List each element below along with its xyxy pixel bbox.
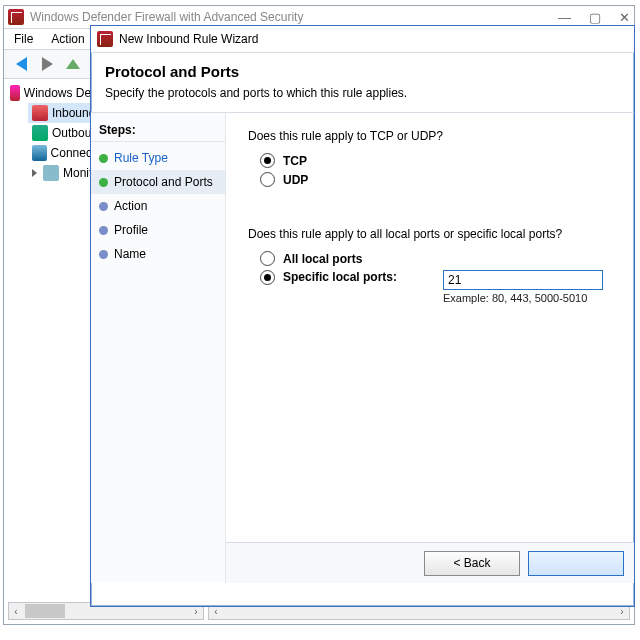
step-label: Name — [114, 247, 146, 261]
radio-tcp-row[interactable]: TCP — [260, 153, 620, 168]
ports-example-text: Example: 80, 443, 5000-5010 — [443, 292, 587, 304]
step-bullet-icon — [99, 250, 108, 259]
radio-specific-ports-label: Specific local ports: — [283, 270, 423, 284]
menu-file[interactable]: File — [14, 32, 33, 46]
wizard-page-heading: Protocol and Ports — [105, 63, 620, 80]
wizard-header: Protocol and Ports Specify the protocols… — [91, 53, 634, 113]
radio-all-ports[interactable] — [260, 251, 275, 266]
nav-forward-button[interactable] — [36, 53, 58, 75]
radio-tcp-label: TCP — [283, 154, 307, 168]
scroll-right-icon: › — [189, 606, 203, 617]
step-bullet-icon — [99, 154, 108, 163]
wizard-footer: < Back — [226, 542, 634, 583]
menu-action[interactable]: Action — [51, 32, 84, 46]
radio-udp-row[interactable]: UDP — [260, 172, 620, 187]
shield-icon — [10, 85, 20, 101]
step-profile[interactable]: Profile — [91, 218, 225, 242]
inbound-rule-wizard: New Inbound Rule Wizard Protocol and Por… — [90, 25, 635, 607]
connection-icon — [32, 145, 47, 161]
scroll-left-icon: ‹ — [209, 606, 223, 617]
firewall-icon — [97, 31, 113, 47]
bg-window-title: Windows Defender Firewall with Advanced … — [30, 10, 303, 24]
wizard-content: Does this rule apply to TCP or UDP? TCP … — [226, 113, 634, 583]
radio-tcp[interactable] — [260, 153, 275, 168]
ports-question: Does this rule apply to all local ports … — [248, 227, 620, 241]
inbound-icon — [32, 105, 48, 121]
step-name[interactable]: Name — [91, 242, 225, 266]
outbound-icon — [32, 125, 48, 141]
scroll-left-icon: ‹ — [9, 606, 23, 617]
radio-specific-ports[interactable] — [260, 270, 275, 285]
radio-all-ports-label: All local ports — [283, 252, 362, 266]
bg-maximize-button[interactable]: ▢ — [589, 10, 601, 25]
firewall-icon — [8, 9, 24, 25]
step-bullet-icon — [99, 202, 108, 211]
step-rule-type[interactable]: Rule Type — [91, 146, 225, 170]
monitoring-icon — [43, 165, 59, 181]
step-label: Action — [114, 199, 147, 213]
back-button[interactable]: < Back — [424, 551, 520, 576]
wizard-titlebar: New Inbound Rule Wizard — [91, 26, 634, 53]
radio-all-ports-row[interactable]: All local ports — [260, 251, 620, 266]
arrow-up-icon — [66, 59, 80, 69]
back-button-label: < Back — [453, 556, 490, 570]
arrow-right-icon — [42, 57, 53, 71]
step-label: Profile — [114, 223, 148, 237]
nav-up-button[interactable] — [62, 53, 84, 75]
wizard-page-subheading: Specify the protocols and ports to which… — [105, 86, 620, 100]
wizard-steps-panel: Steps: Rule Type Protocol and Ports Acti… — [91, 113, 226, 583]
step-label: Protocol and Ports — [114, 175, 213, 189]
nav-back-button[interactable] — [10, 53, 32, 75]
radio-specific-ports-row[interactable]: Specific local ports: Example: 80, 443, … — [260, 270, 620, 304]
step-bullet-icon — [99, 178, 108, 187]
chevron-right-icon — [32, 169, 37, 177]
steps-header: Steps: — [91, 119, 225, 142]
scrollbar-thumb[interactable] — [25, 604, 65, 618]
bg-minimize-button[interactable]: — — [558, 10, 571, 25]
step-action[interactable]: Action — [91, 194, 225, 218]
protocol-question: Does this rule apply to TCP or UDP? — [248, 129, 620, 143]
specific-ports-input[interactable] — [443, 270, 603, 290]
radio-udp[interactable] — [260, 172, 275, 187]
step-label: Rule Type — [114, 151, 168, 165]
wizard-title: New Inbound Rule Wizard — [119, 32, 258, 46]
arrow-left-icon — [16, 57, 27, 71]
next-button[interactable] — [528, 551, 624, 576]
scroll-right-icon: › — [615, 606, 629, 617]
step-bullet-icon — [99, 226, 108, 235]
bg-close-button[interactable]: ✕ — [619, 10, 630, 25]
step-protocol-ports[interactable]: Protocol and Ports — [91, 170, 225, 194]
radio-udp-label: UDP — [283, 173, 308, 187]
